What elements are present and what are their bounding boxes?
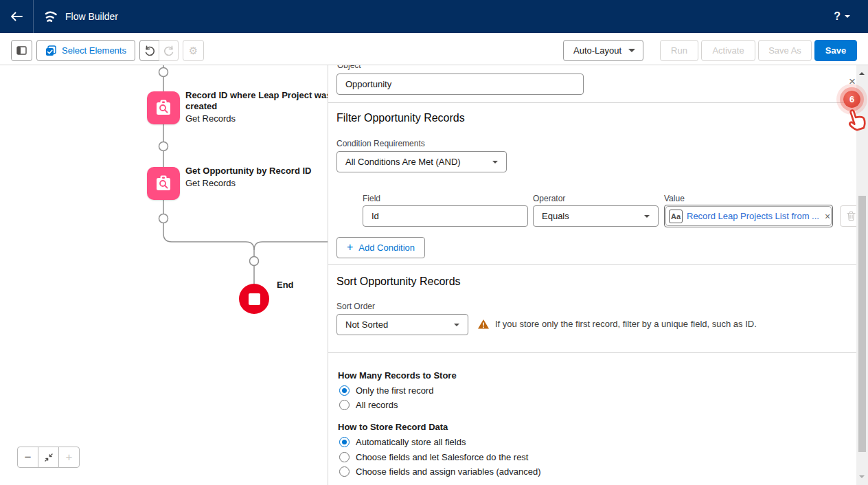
help-menu[interactable]: ? (834, 0, 850, 33)
radio-choose-fields-salesforce[interactable]: Choose fields and let Salesforce do the … (339, 452, 528, 462)
operator-label: Operator (533, 194, 565, 203)
redo-icon (163, 45, 174, 56)
object-input[interactable]: Opportunity (336, 74, 584, 95)
flow-toolbar: Select Elements ⚙ Auto-Layout (0, 33, 868, 65)
radio-only-first-record[interactable]: Only the first record (339, 385, 433, 396)
condition-requirements-value: All Conditions Are Met (AND) (345, 157, 461, 167)
object-label: Object (337, 65, 361, 70)
chevron-down-icon (644, 215, 650, 221)
object-value: Opportunity (345, 79, 391, 89)
scrollbar-thumb[interactable] (858, 196, 866, 452)
scroll-up-icon[interactable] (859, 69, 865, 75)
back-arrow-icon (10, 11, 23, 22)
zoom-in-button[interactable]: + (58, 447, 80, 468)
sort-order-dropdown[interactable]: Not Sorted (336, 314, 468, 335)
select-elements-button[interactable]: Select Elements (36, 40, 135, 61)
scroll-down-icon[interactable] (859, 475, 865, 481)
operator-value: Equals (542, 211, 569, 221)
value-combobox[interactable]: Aa Record Leap Projects List from ... × (664, 205, 833, 227)
operator-dropdown[interactable]: Equals (533, 205, 659, 227)
plus-icon: + (66, 451, 73, 464)
radio-label: Choose fields and assign variables (adva… (356, 466, 541, 477)
radio-label: Choose fields and let Salesforce do the … (356, 452, 528, 462)
save-as-label: Save As (768, 45, 801, 56)
divider (328, 264, 868, 265)
flow-canvas[interactable]: Record ID where Leap Project was created… (0, 65, 328, 485)
add-condition-button[interactable]: + Add Condition (336, 237, 425, 258)
select-elements-label: Select Elements (62, 45, 126, 56)
activate-label: Activate (712, 45, 744, 56)
undo-button[interactable] (139, 40, 159, 61)
save-as-button[interactable]: Save As (758, 40, 812, 61)
toggle-panel-button[interactable] (11, 40, 32, 61)
flow-settings-button[interactable]: ⚙ (183, 40, 204, 61)
value-pill-text: Record Leap Projects List from ... (687, 211, 819, 221)
value-resource-pill[interactable]: Aa Record Leap Projects List from ... × (665, 206, 832, 226)
sort-order-value: Not Sorted (345, 319, 388, 330)
radio-all-records[interactable]: All records (339, 400, 398, 410)
radio-icon (339, 385, 350, 396)
radio-icon (339, 466, 350, 477)
fit-to-view-button[interactable] (38, 447, 59, 468)
node-get-records-2[interactable] (147, 167, 180, 200)
text-type-icon: Aa (669, 210, 683, 223)
save-button[interactable]: Save (814, 40, 857, 61)
connector-dot[interactable] (250, 257, 259, 266)
help-icon: ? (834, 10, 841, 23)
fit-view-icon (44, 453, 54, 462)
condition-requirements-label: Condition Requirements (336, 139, 425, 148)
undo-redo-group (139, 40, 179, 61)
undo-icon (144, 45, 155, 56)
connector-dot[interactable] (159, 214, 168, 223)
layout-mode-dropdown[interactable]: Auto-Layout (563, 40, 643, 61)
sort-section-heading: Sort Opportunity Records (336, 275, 461, 288)
app-header: Flow Builder ? (0, 0, 868, 33)
end-node[interactable] (239, 284, 269, 314)
canvas-zoom-controls: − + (17, 447, 80, 468)
node-get-records-1[interactable] (147, 91, 180, 124)
flow-builder-logo-icon (43, 9, 58, 24)
panel-toggle-icon (16, 46, 27, 55)
redo-button[interactable] (159, 40, 179, 61)
layout-mode-value: Auto-Layout (573, 45, 621, 56)
store-count-heading: How Many Records to Store (338, 370, 457, 381)
get-records-icon (154, 98, 173, 117)
end-stop-icon (249, 293, 260, 305)
field-value: Id (372, 211, 379, 221)
radio-label: All records (356, 400, 398, 410)
connector-dot[interactable] (159, 68, 168, 77)
run-button[interactable]: Run (660, 40, 698, 61)
flow-connectors (0, 65, 328, 485)
connector-dot[interactable] (159, 142, 168, 151)
divider (328, 352, 868, 353)
value-label: Value (664, 194, 685, 203)
radio-auto-store-fields[interactable]: Automatically store all fields (339, 437, 466, 447)
zoom-out-button[interactable]: − (17, 447, 38, 468)
warning-icon (477, 319, 490, 330)
remove-value-icon[interactable]: × (825, 211, 830, 222)
radio-label: Only the first record (356, 385, 433, 396)
condition-requirements-dropdown[interactable]: All Conditions Are Met (AND) (336, 151, 507, 172)
header-divider (33, 0, 34, 33)
radio-choose-fields-advanced[interactable]: Choose fields and assign variables (adva… (339, 466, 541, 477)
end-node-label: End (277, 280, 294, 290)
chevron-down-icon (492, 161, 498, 166)
sort-warning: If you store only the first record, filt… (477, 319, 757, 330)
run-label: Run (671, 45, 687, 56)
back-button[interactable] (0, 0, 33, 33)
get-records-icon (154, 174, 173, 193)
add-condition-label: Add Condition (358, 242, 415, 253)
sort-order-label: Sort Order (336, 302, 375, 311)
field-label: Field (363, 194, 380, 203)
select-checkbox-icon (45, 45, 56, 56)
field-input[interactable]: Id (363, 205, 528, 227)
app-title: Flow Builder (65, 11, 118, 22)
gear-icon: ⚙ (189, 45, 198, 57)
divider (328, 102, 868, 103)
close-panel-button[interactable]: × (849, 75, 856, 89)
chevron-down-icon (845, 15, 850, 21)
activate-button[interactable]: Activate (701, 40, 755, 61)
chevron-down-icon (454, 324, 459, 329)
plus-icon: + (347, 241, 353, 253)
radio-label: Automatically store all fields (356, 437, 466, 447)
